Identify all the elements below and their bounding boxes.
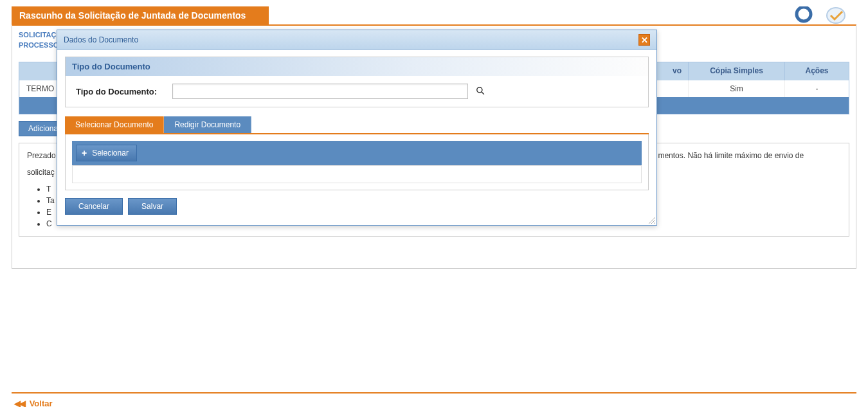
salvar-button[interactable]: Salvar — [128, 198, 177, 215]
voltar-link[interactable]: ◀◀ Voltar — [12, 392, 856, 407]
selecionar-button[interactable]: + Selecionar — [76, 145, 137, 161]
col-acoes: Ações — [784, 62, 849, 80]
tipo-documento-label: Tipo do Documento: — [76, 87, 172, 96]
plus-icon: + — [82, 148, 87, 158]
tipo-documento-panel: Tipo do Documento Tipo do Documento: — [65, 57, 649, 107]
cell-acoes: - — [784, 80, 849, 97]
page-title-bar: Rascunho da Solicitação de Juntada de Do… — [12, 6, 269, 24]
info-suffix: mentos. Não há limite máximo de envio de — [658, 151, 804, 160]
selecionar-label: Selecionar — [92, 149, 129, 158]
selected-file-area — [72, 165, 642, 183]
tipo-documento-input[interactable] — [172, 84, 468, 99]
rewind-icon: ◀◀ — [14, 399, 24, 407]
voltar-label: Voltar — [30, 399, 53, 407]
modal-title: Dados do Documento — [64, 35, 138, 44]
svg-point-0 — [827, 8, 845, 23]
svg-point-1 — [797, 7, 811, 21]
dados-documento-modal: Dados do Documento ✕ Tipo do Documento T… — [57, 30, 657, 226]
close-icon[interactable]: ✕ — [638, 34, 650, 46]
tab-redigir-documento[interactable]: Redigir Documento — [164, 116, 251, 133]
col-copia-simples: Cópia Simples — [688, 62, 784, 80]
cancelar-button[interactable]: Cancelar — [65, 198, 123, 215]
tipo-documento-panel-header: Tipo do Documento — [66, 57, 648, 76]
tab-selecionar-documento[interactable]: Selecionar Documento — [65, 116, 164, 133]
svg-point-2 — [477, 87, 482, 92]
tab-panel-selecionar: + Selecionar — [65, 134, 649, 190]
svg-line-3 — [482, 91, 484, 94]
info-prefix: Prezado — [27, 151, 56, 160]
modal-titlebar[interactable]: Dados do Documento ✕ — [57, 30, 656, 50]
search-icon[interactable] — [476, 86, 485, 97]
resize-handle-icon[interactable] — [647, 216, 655, 224]
cell-copia: Sim — [688, 80, 784, 97]
document-tabs: Selecionar Documento Redigir Documento — [65, 116, 649, 134]
col-vo: vo — [656, 62, 688, 80]
page-title: Rascunho da Solicitação de Juntada de Do… — [19, 10, 246, 21]
svg-line-6 — [654, 222, 655, 224]
